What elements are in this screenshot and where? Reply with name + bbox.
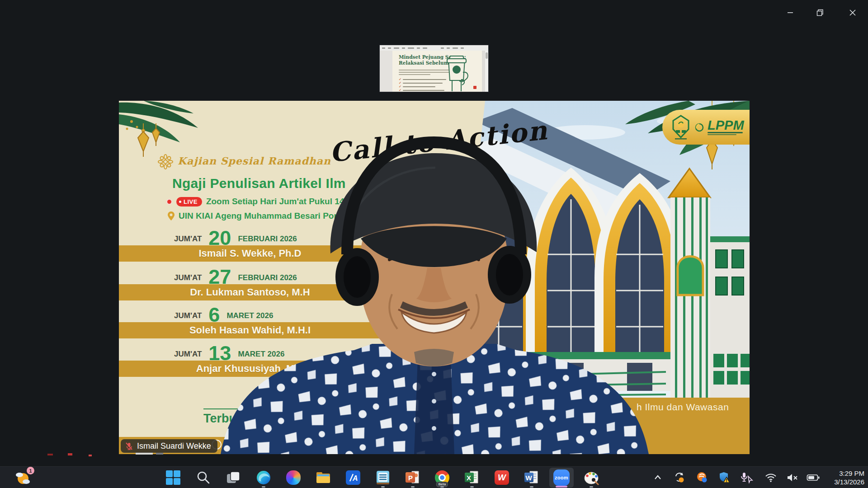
svg-text:W: W: [526, 474, 533, 482]
checklist-item: ✓: [399, 78, 446, 81]
search-button[interactable]: [191, 468, 216, 488]
powerpoint-button[interactable]: P: [401, 468, 425, 488]
notepad-icon: [375, 470, 391, 485]
zoom-meeting-window: Mindset Pejuang Scopus: Relaksasi Sebelu…: [0, 0, 868, 488]
minimize-icon: [787, 9, 793, 16]
copilot-button[interactable]: [281, 468, 306, 488]
document-scrollbar[interactable]: [485, 51, 488, 92]
svg-text:P: P: [408, 474, 413, 482]
tray-volume-muted-icon[interactable]: [785, 470, 800, 485]
tray-security-app-icon[interactable]: [694, 470, 710, 485]
folder-icon: [316, 470, 331, 485]
tray-battery-icon[interactable]: [806, 470, 821, 485]
tray-shield-warning-icon[interactable]: [717, 470, 732, 485]
running-indicator: [381, 486, 385, 488]
start-button[interactable]: [161, 468, 185, 488]
a-app-button[interactable]: A: [341, 468, 365, 488]
restore-button[interactable]: [808, 4, 832, 22]
clock-date: 3/13/2026: [834, 478, 864, 486]
orange-swirl-icon: [696, 472, 708, 483]
document-page: Mindset Pejuang Scopus: Relaksasi Sebelu…: [392, 51, 482, 92]
weather-widget[interactable]: 1: [11, 468, 35, 488]
notepad-button[interactable]: [371, 468, 395, 488]
checklist-item: ✓: [399, 85, 435, 88]
restore-icon: [816, 9, 824, 16]
background-window-fragment: [47, 454, 53, 455]
task-view-icon: [226, 470, 241, 485]
word-icon: W: [524, 470, 539, 485]
mic-location-icon: [740, 472, 753, 483]
tray-chevron-button[interactable]: [650, 470, 665, 485]
participant-name-tag: Ismail Suardi Wekke: [121, 439, 217, 453]
chrome-beta-button[interactable]: Beta: [430, 468, 454, 488]
search-icon: [196, 470, 211, 485]
file-explorer-button[interactable]: [311, 468, 335, 488]
active-app-indicator: [556, 486, 567, 488]
tray-wifi-icon[interactable]: [763, 470, 778, 485]
excel-button[interactable]: X: [460, 468, 484, 488]
svg-text:X: X: [467, 474, 471, 482]
powerpoint-icon: P: [405, 470, 420, 485]
word-button[interactable]: W: [519, 468, 544, 488]
taskbar-clock[interactable]: 3:29 PM 3/13/2026: [834, 469, 864, 486]
copilot-icon: [286, 470, 301, 485]
shared-screen-thumbnail[interactable]: Mindset Pejuang Scopus: Relaksasi Sebelu…: [380, 45, 488, 92]
a-app-icon: A: [346, 470, 360, 485]
document-toolbar: [380, 45, 488, 51]
document-margin: [380, 51, 392, 92]
running-indicator: [411, 486, 415, 488]
wifi-icon: [765, 473, 777, 483]
shield-warning-icon: [719, 472, 731, 483]
background-window-fragment: [89, 455, 92, 456]
speaker-muted-icon: [787, 473, 798, 483]
coffee-cup-illustration: [441, 53, 474, 92]
muted-mic-icon: [125, 442, 133, 450]
close-button[interactable]: [841, 4, 864, 22]
background-window-fragment: [68, 453, 72, 455]
speaker-video-tile: Kajian Spesial Ramadhan Ngaji Penulisan …: [119, 101, 750, 454]
running-indicator: [530, 486, 533, 488]
speaker-person: [119, 101, 750, 454]
wps-icon: W: [495, 470, 509, 485]
running-indicator: [440, 486, 444, 488]
notification-badge: 1: [27, 467, 34, 474]
tray-sync-icon[interactable]: [672, 470, 687, 485]
chevron-up-icon: [653, 473, 663, 483]
svg-text:A: A: [352, 474, 358, 482]
windows-taskbar: 1: [0, 466, 868, 488]
tray-mic-location-icon[interactable]: [739, 470, 754, 485]
clock-time: 3:29 PM: [834, 469, 864, 478]
checklist-item: ✓: [399, 89, 444, 92]
edge-browser-button[interactable]: [251, 468, 276, 488]
running-indicator: [262, 486, 265, 488]
wps-office-button[interactable]: W: [490, 468, 514, 488]
paint-button[interactable]: [579, 468, 604, 488]
sync-arrows-icon: [674, 472, 685, 483]
zoom-app-button[interactable]: zoom: [549, 468, 574, 488]
zoom-icon: zoom: [553, 469, 570, 486]
running-indicator: [470, 486, 474, 488]
running-indicator: [590, 486, 593, 488]
close-icon: [849, 9, 856, 16]
minimize-button[interactable]: [778, 4, 802, 22]
checklist-item: ✓: [399, 81, 443, 84]
excel-icon: X: [464, 470, 480, 485]
document-red-marker: [473, 86, 476, 89]
document-paragraph-line: [399, 74, 430, 75]
task-view-button[interactable]: [221, 468, 245, 488]
edge-icon: [256, 470, 271, 485]
paint-palette-icon: [584, 470, 599, 485]
windows-start-icon: [165, 470, 181, 485]
battery-icon: [807, 473, 820, 483]
